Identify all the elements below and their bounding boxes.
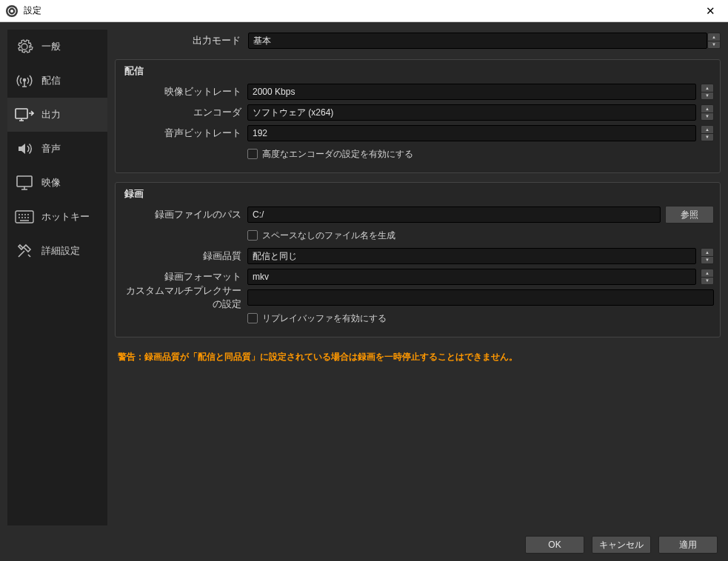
output-mode-label: 出力モード (115, 34, 248, 47)
recording-format-value: mkv (253, 272, 269, 282)
sidebar-item-stream[interactable]: 配信 (7, 64, 107, 98)
sidebar-item-label: 配信 (41, 74, 61, 87)
encoder-value: ソフトウェア (x264) (253, 107, 333, 119)
sidebar-item-label: 一般 (41, 40, 61, 53)
sidebar-item-general[interactable]: 一般 (7, 30, 107, 64)
output-icon (15, 105, 34, 124)
encoder-stepper[interactable]: ▲▼ (701, 104, 714, 121)
speaker-icon (15, 139, 34, 158)
streaming-title: 配信 (121, 64, 714, 78)
output-mode-value: 基本 (253, 35, 271, 47)
sidebar-item-audio[interactable]: 音声 (7, 132, 107, 166)
replay-buffer-label: リプレイバッファを有効にする (262, 312, 387, 325)
monitor-icon (15, 173, 34, 192)
sidebar-item-label: ホットキー (41, 210, 90, 224)
tools-icon (15, 241, 34, 261)
sidebar-item-label: 映像 (41, 176, 61, 189)
sidebar-item-video[interactable]: 映像 (7, 166, 107, 200)
keyboard-icon (15, 207, 34, 226)
apply-button[interactable]: 適用 (658, 536, 718, 554)
checkbox-icon (247, 313, 258, 323)
window-title: 設定 (24, 4, 698, 17)
close-button[interactable]: ✕ (698, 4, 722, 18)
checkbox-icon (247, 230, 258, 241)
checkbox-icon (247, 149, 258, 159)
encoder-label: エンコーダ (121, 106, 247, 119)
recording-quality-stepper[interactable]: ▲▼ (701, 248, 714, 264)
audio-bitrate-value: 192 (253, 128, 267, 138)
advanced-encoder-checkbox[interactable]: 高度なエンコーダの設定を有効にする (247, 148, 413, 161)
svg-rect-4 (17, 176, 32, 187)
audio-bitrate-select[interactable]: 192 (247, 125, 696, 141)
custom-mux-input[interactable] (247, 289, 714, 306)
sidebar-item-label: 出力 (41, 108, 61, 121)
antenna-icon (15, 71, 34, 90)
recording-quality-value: 配信と同じ (253, 250, 297, 263)
encoder-select[interactable]: ソフトウェア (x264) (247, 104, 696, 121)
sidebar: 一般 配信 出力 音声 (7, 30, 107, 525)
video-bitrate-stepper[interactable]: ▲▼ (701, 84, 714, 100)
recording-format-select[interactable]: mkv (247, 269, 696, 285)
recording-title: 録画 (121, 187, 714, 201)
main-panel: 出力モード 基本 ▲▼ 配信 映像ビットレート 2000 Kbps ▲▼ エンコ… (107, 30, 721, 525)
app-icon (6, 5, 18, 17)
output-mode-stepper[interactable]: ▲▼ (707, 33, 721, 49)
recording-format-label: 録画フォーマット (121, 270, 247, 283)
sidebar-item-label: 音声 (41, 142, 61, 155)
sidebar-item-label: 詳細設定 (41, 244, 80, 258)
video-bitrate-value: 2000 Kbps (253, 87, 295, 97)
no-space-filename-checkbox[interactable]: スペースなしのファイル名を生成 (247, 229, 395, 242)
recording-path-input[interactable]: C:/ (247, 206, 661, 223)
recording-path-label: 録画ファイルのパス (121, 208, 247, 221)
ok-button[interactable]: OK (525, 536, 584, 554)
recording-quality-select[interactable]: 配信と同じ (247, 248, 696, 264)
advanced-encoder-label: 高度なエンコーダの設定を有効にする (262, 148, 413, 161)
no-space-filename-label: スペースなしのファイル名を生成 (262, 229, 395, 242)
svg-point-1 (10, 10, 13, 13)
video-bitrate-input[interactable]: 2000 Kbps (247, 84, 696, 100)
audio-bitrate-label: 音声ビットレート (121, 127, 247, 140)
gear-icon (15, 37, 34, 56)
sidebar-item-advanced[interactable]: 詳細設定 (7, 234, 107, 268)
titlebar: 設定 ✕ (0, 0, 728, 22)
recording-quality-label: 録画品質 (121, 249, 247, 263)
custom-mux-label: カスタムマルチプレクサーの設定 (121, 284, 247, 311)
sidebar-item-output[interactable]: 出力 (7, 98, 107, 132)
sidebar-item-hotkeys[interactable]: ホットキー (7, 200, 107, 234)
browse-button[interactable]: 参照 (665, 206, 714, 224)
replay-buffer-checkbox[interactable]: リプレイバッファを有効にする (247, 312, 387, 325)
streaming-group: 配信 映像ビットレート 2000 Kbps ▲▼ エンコーダ ソフトウェア (x… (115, 59, 721, 173)
footer: OK キャンセル 適用 (525, 536, 718, 554)
cancel-button[interactable]: キャンセル (592, 536, 651, 554)
audio-bitrate-stepper[interactable]: ▲▼ (701, 125, 714, 141)
recording-path-value: C:/ (253, 209, 264, 220)
warning-text: 警告：録画品質が「配信と同品質」に設定されている場合は録画を一時停止することはで… (115, 346, 721, 368)
output-mode-select[interactable]: 基本 (248, 33, 707, 49)
video-bitrate-label: 映像ビットレート (121, 85, 247, 98)
recording-format-stepper[interactable]: ▲▼ (701, 269, 714, 285)
recording-group: 録画 録画ファイルのパス C:/ 参照 スペースなしのファイル名を生成 (115, 182, 721, 337)
svg-rect-3 (16, 109, 27, 118)
